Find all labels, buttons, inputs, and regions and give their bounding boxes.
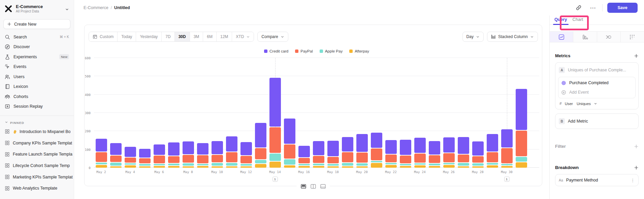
bar-segment-afterpay <box>183 166 194 168</box>
stacked-bar[interactable] <box>154 144 165 168</box>
create-new-button[interactable]: Create New <box>3 19 70 29</box>
stacked-bar[interactable] <box>298 146 310 168</box>
date-range-12m[interactable]: 12M <box>217 32 232 41</box>
stacked-bar[interactable] <box>183 141 194 168</box>
stacked-bar[interactable] <box>443 137 455 168</box>
pinned-board-item[interactable]: Introduction to Mixpanel Bo <box>0 126 74 137</box>
stacked-bar[interactable] <box>414 138 426 168</box>
stacked-bar[interactable] <box>472 141 484 168</box>
stacked-bar[interactable] <box>197 143 208 168</box>
date-range-3m[interactable]: 3M <box>190 32 203 41</box>
chart-type-button[interactable]: Stacked Column <box>487 32 538 42</box>
layout-split-vertical-button[interactable] <box>311 184 316 189</box>
breadcrumb-report-title[interactable]: Untitled <box>114 5 130 10</box>
stacked-bar[interactable] <box>400 140 411 168</box>
sidebar-item-cohorts[interactable]: Cohorts <box>0 92 74 102</box>
date-range-yesterday[interactable]: Yesterday <box>136 32 162 41</box>
tab-query[interactable]: Query <box>552 17 570 25</box>
date-range-30d[interactable]: 30D <box>175 32 190 41</box>
copy-link-button[interactable] <box>574 3 583 12</box>
granularity-button[interactable]: Day <box>462 32 484 42</box>
stacked-bar[interactable] <box>458 137 469 168</box>
stacked-bar[interactable] <box>356 134 368 168</box>
sidebar-item-lexicon[interactable]: Lexicon <box>0 82 74 92</box>
metric-a-name-row[interactable]: A Uniques of Purchase Comple... <box>558 65 636 75</box>
stacked-bar[interactable] <box>168 142 180 168</box>
add-metric-plus-button[interactable] <box>634 54 639 58</box>
more-options-button[interactable]: ⋯ <box>588 3 598 12</box>
add-breakdown-plus-button[interactable] <box>634 165 639 170</box>
legend-item[interactable]: Apple Pay <box>320 49 343 53</box>
sidebar-item-discover[interactable]: Discover <box>0 42 74 52</box>
sidebar-item-search[interactable]: Search⌘ + K <box>0 32 74 42</box>
retention-tab[interactable] <box>621 32 644 42</box>
sidebar-item-experiments[interactable]: ExperimentsNew <box>0 52 74 62</box>
measure-entity[interactable]: User <box>565 102 573 106</box>
stacked-bar[interactable] <box>212 141 223 168</box>
x-axis-tick-label: May 4 <box>125 170 135 174</box>
pinned-section-header[interactable]: PINNED <box>0 116 74 126</box>
date-range-custom[interactable]: Custom <box>89 32 118 41</box>
annotation-badge[interactable]: 1 <box>504 176 509 181</box>
add-filter-plus-button[interactable] <box>634 144 639 149</box>
stacked-bar[interactable] <box>371 133 382 168</box>
stacked-bar[interactable] <box>385 140 397 168</box>
breakdown-options-icon[interactable]: ⋮ <box>631 178 635 183</box>
funnels-tab[interactable] <box>573 32 597 42</box>
flows-tab[interactable] <box>597 32 621 42</box>
stacked-bar[interactable] <box>501 129 513 168</box>
bar-segment-paypal <box>501 148 513 163</box>
replay-icon <box>5 104 10 109</box>
project-switcher[interactable]: E-Commerce All Project Data <box>0 0 74 16</box>
stacked-bar[interactable] <box>327 141 339 168</box>
save-button[interactable]: Save <box>607 3 638 13</box>
annotation-badge[interactable]: 1 <box>272 176 278 181</box>
sidebar-item-session-replay[interactable]: Session Replay <box>0 102 74 112</box>
stacked-bar[interactable] <box>110 143 122 168</box>
bar-segment-credit-card <box>400 140 411 155</box>
date-range-today[interactable]: Today <box>118 32 136 41</box>
bar-segment-credit-card <box>197 143 208 155</box>
stacked-bar[interactable] <box>226 136 237 168</box>
date-range-7d[interactable]: 7D <box>162 32 174 41</box>
legend-item[interactable]: Afterpay <box>349 49 369 53</box>
stacked-bar[interactable] <box>139 149 151 168</box>
sidebar-item-users[interactable]: Users <box>0 72 74 82</box>
pinned-board-item[interactable]: Web Analytics Template <box>0 183 74 194</box>
date-range-xtd[interactable]: XTD <box>232 32 254 41</box>
stacked-bar[interactable] <box>429 141 440 168</box>
stacked-bar[interactable] <box>269 78 281 168</box>
insights-tab[interactable] <box>550 32 573 42</box>
bar-segment-credit-card <box>327 141 339 156</box>
pinned-board-item[interactable]: Company KPIs Sample Templat <box>0 137 74 149</box>
tab-chart[interactable]: Chart <box>570 17 586 25</box>
metric-b-card[interactable]: B Add Metric <box>555 113 639 129</box>
stacked-bar[interactable] <box>342 137 353 168</box>
pinned-board-item[interactable]: Marketing KPIs Sample Templat <box>0 171 74 183</box>
layout-chart-bottom-button[interactable] <box>320 184 326 189</box>
compare-button[interactable]: Compare <box>257 32 288 42</box>
display-toolbar: Day Stacked Column <box>462 32 538 42</box>
sidebar-item-events[interactable]: Events <box>0 62 74 72</box>
stacked-bar[interactable] <box>516 89 527 168</box>
layout-chart-top-button[interactable] <box>301 184 307 189</box>
breadcrumb-project[interactable]: E-Commerce <box>84 5 108 10</box>
legend-item[interactable]: PayPal <box>295 49 313 53</box>
breakdown-item-card[interactable]: Aa Payment Method ⋮ <box>555 174 639 186</box>
stacked-bar[interactable] <box>96 139 107 168</box>
stacked-bar[interactable] <box>255 123 266 168</box>
legend-item[interactable]: Credit card <box>264 49 288 53</box>
add-event-row[interactable]: Add Event <box>561 88 633 97</box>
pinned-board-item[interactable]: Lifecycle Cohort Sample Temp <box>0 160 74 171</box>
stacked-bar[interactable] <box>240 142 252 168</box>
date-range-6m[interactable]: 6M <box>203 32 217 41</box>
bar-segment-paypal <box>197 155 208 163</box>
stacked-bar[interactable] <box>284 119 295 168</box>
stacked-bar[interactable] <box>487 134 498 168</box>
pinned-board-item[interactable]: Feature Launch Sample Templa <box>0 148 74 160</box>
link-icon <box>576 5 581 10</box>
measure-aggregation[interactable]: Uniques <box>577 102 591 106</box>
stacked-bar[interactable] <box>313 141 324 168</box>
stacked-bar[interactable] <box>125 147 136 168</box>
event-row[interactable]: Purchase Completed <box>561 78 633 88</box>
